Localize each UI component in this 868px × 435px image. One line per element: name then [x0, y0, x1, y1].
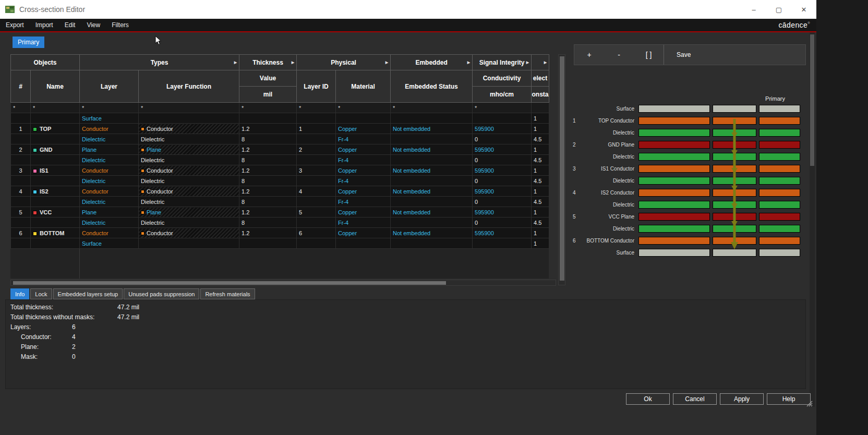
table-row[interactable]: Dielectric Dielectric 8 Fr-4 0 4.5: [11, 197, 549, 207]
dielectric-constant-cell[interactable]: 4.5: [532, 155, 549, 165]
embedded-status-cell[interactable]: Not embedded: [391, 186, 473, 197]
material-cell[interactable]: Copper: [336, 144, 391, 155]
layer-function-cell[interactable]: Dielectric: [139, 134, 239, 144]
embedded-status-cell[interactable]: [391, 197, 473, 207]
apply-button[interactable]: Apply: [720, 393, 764, 405]
table-row[interactable]: 2 GND Plane Plane 1.2 2 Copper Not embed…: [11, 144, 549, 155]
material-cell[interactable]: Fr-4: [336, 176, 391, 186]
header-mho-cm[interactable]: mho/cm: [473, 87, 532, 103]
layer-id-cell[interactable]: 3: [297, 165, 336, 176]
row-number-cell[interactable]: [11, 218, 31, 228]
dielectric-constant-cell[interactable]: 1: [532, 144, 549, 155]
name-cell[interactable]: [31, 134, 80, 144]
close-button[interactable]: ✕: [791, 0, 816, 19]
name-cell[interactable]: VCC: [31, 207, 80, 218]
conductivity-cell[interactable]: 0: [473, 218, 532, 228]
cancel-button[interactable]: Cancel: [673, 393, 717, 405]
conductivity-cell[interactable]: 595900: [473, 228, 532, 238]
thickness-cell[interactable]: 8: [239, 218, 297, 228]
table-row[interactable]: Surface 1: [11, 113, 549, 124]
conductivity-cell[interactable]: 595900: [473, 144, 532, 155]
layer-cell[interactable]: Dielectric: [80, 134, 139, 144]
table-row[interactable]: Dielectric Dielectric 8 Fr-4 0 4.5: [11, 155, 549, 165]
layer-cell[interactable]: Conductor: [80, 124, 139, 134]
layer-function-cell[interactable]: Dielectric: [139, 155, 239, 165]
dielectric-constant-cell[interactable]: 4.5: [532, 218, 549, 228]
filter-cell[interactable]: *: [80, 103, 139, 113]
dielectric-constant-cell[interactable]: 1: [532, 228, 549, 238]
conductivity-cell[interactable]: [473, 113, 532, 124]
dielectric-constant-cell[interactable]: 1: [532, 113, 549, 124]
embedded-status-cell[interactable]: [391, 113, 473, 124]
material-cell[interactable]: Fr-4: [336, 134, 391, 144]
material-cell[interactable]: [336, 113, 391, 124]
expand-icon[interactable]: ▶: [467, 61, 470, 65]
header-conductivity[interactable]: Conductivity: [473, 70, 532, 87]
layer-id-cell[interactable]: 1: [297, 124, 336, 134]
filter-cell[interactable]: *: [239, 103, 297, 113]
filter-cell[interactable]: [532, 103, 549, 113]
table-row[interactable]: 5 VCC Plane Plane 1.2 5 Copper Not embed…: [11, 207, 549, 218]
expand-icon[interactable]: ▶: [234, 61, 237, 65]
material-cell[interactable]: Fr-4: [336, 218, 391, 228]
table-row[interactable]: Surface 1: [11, 238, 549, 249]
name-cell[interactable]: [31, 176, 80, 186]
expand-icon[interactable]: ▶: [526, 61, 529, 65]
layer-function-cell[interactable]: Plane: [139, 144, 239, 155]
embedded-status-cell[interactable]: [391, 238, 473, 249]
layer-id-cell[interactable]: 4: [297, 186, 336, 197]
brackets-button[interactable]: [ ]: [634, 45, 664, 65]
conductivity-cell[interactable]: 595900: [473, 124, 532, 134]
embedded-status-cell[interactable]: Not embedded: [391, 144, 473, 155]
add-row-button[interactable]: +: [574, 45, 604, 65]
ok-button[interactable]: Ok: [626, 393, 670, 405]
filter-cell[interactable]: *: [31, 103, 80, 113]
bottom-tab[interactable]: Unused pads suppression: [124, 288, 199, 299]
layer-cell[interactable]: Dielectric: [80, 176, 139, 186]
save-button[interactable]: Save: [664, 45, 805, 65]
layer-function-cell[interactable]: Dielectric: [139, 218, 239, 228]
name-cell[interactable]: TOP: [31, 124, 80, 134]
column-group-embedded[interactable]: Embedded▶: [391, 55, 473, 70]
layer-function-cell[interactable]: Conductor: [139, 228, 239, 238]
embedded-status-cell[interactable]: [391, 218, 473, 228]
embedded-status-cell[interactable]: Not embedded: [391, 207, 473, 218]
thickness-cell[interactable]: [239, 113, 297, 124]
name-cell[interactable]: IS1: [31, 165, 80, 176]
layer-function-cell[interactable]: Dielectric: [139, 197, 239, 207]
filter-cell[interactable]: *: [297, 103, 336, 113]
layer-function-cell[interactable]: Dielectric: [139, 176, 239, 186]
column-group-physical[interactable]: Physical▶: [297, 55, 391, 70]
table-horizontal-scrollbar[interactable]: [10, 280, 556, 286]
layer-function-cell[interactable]: [139, 113, 239, 124]
material-cell[interactable]: Copper: [336, 228, 391, 238]
tab-primary[interactable]: Primary: [13, 37, 44, 48]
name-cell[interactable]: [31, 155, 80, 165]
menu-item[interactable]: Edit: [59, 19, 81, 31]
layer-cell[interactable]: Surface: [80, 113, 139, 124]
menu-item[interactable]: View: [81, 19, 106, 31]
name-cell[interactable]: IS2: [31, 186, 80, 197]
horizontal-scroll-thumb[interactable]: [13, 281, 446, 285]
window-scrollbar[interactable]: [810, 32, 815, 407]
table-row[interactable]: Dielectric Dielectric 8 Fr-4 0 4.5: [11, 218, 549, 228]
bottom-tab[interactable]: Embedded layers setup: [53, 288, 123, 299]
layer-function-cell[interactable]: [139, 238, 239, 249]
column-group-objects[interactable]: Objects: [11, 55, 80, 70]
layer-cell[interactable]: Plane: [80, 207, 139, 218]
filter-cell[interactable]: *: [139, 103, 239, 113]
layer-cell[interactable]: Dielectric: [80, 197, 139, 207]
resize-grip-icon[interactable]: [806, 400, 813, 409]
row-number-cell[interactable]: [11, 155, 31, 165]
embedded-status-cell[interactable]: Not embedded: [391, 228, 473, 238]
table-row[interactable]: 3 IS1 Conductor Conductor 1.2 3 Copper N…: [11, 165, 549, 176]
conductivity-cell[interactable]: 0: [473, 134, 532, 144]
dielectric-constant-cell[interactable]: 1: [532, 124, 549, 134]
material-cell[interactable]: Copper: [336, 207, 391, 218]
remove-row-button[interactable]: -: [604, 45, 634, 65]
name-cell[interactable]: [31, 113, 80, 124]
layer-id-cell[interactable]: [297, 113, 336, 124]
table-row[interactable]: 6 BOTTOM Conductor Conductor 1.2 6 Coppe…: [11, 228, 549, 238]
row-number-cell[interactable]: 2: [11, 144, 31, 155]
expand-icon[interactable]: ▶: [385, 61, 388, 65]
